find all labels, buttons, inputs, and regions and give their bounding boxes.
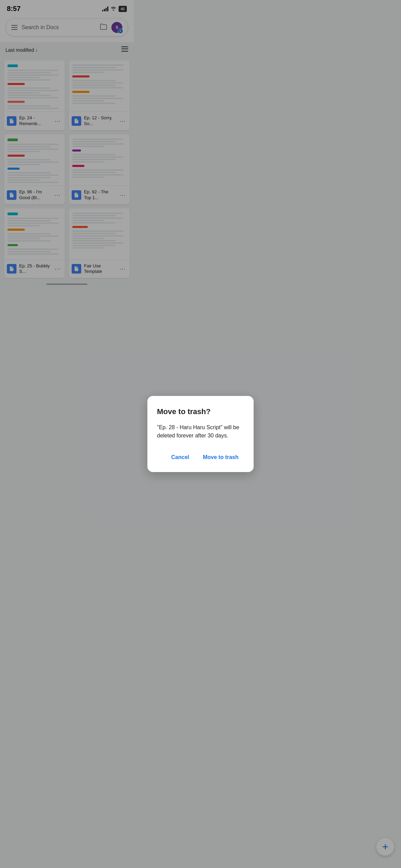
- dialog-overlay[interactable]: Move to trash? "Ep. 28 - Haru Haru Scrip…: [0, 0, 134, 289]
